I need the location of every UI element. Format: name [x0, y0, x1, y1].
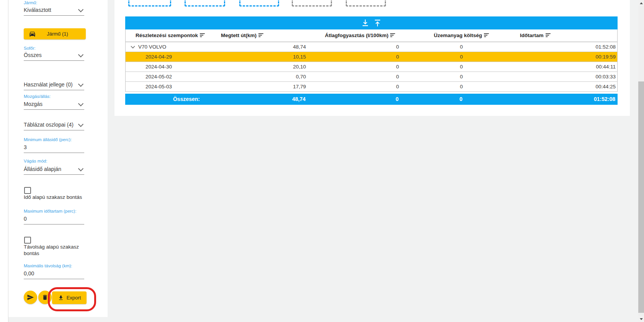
vehicle-button[interactable]: Jármű (1): [24, 28, 86, 39]
max-distance-label: Maximális távolság (km):: [24, 263, 96, 268]
header-distance-col[interactable]: Megtett út(km): [215, 29, 311, 42]
chevron-expand-icon[interactable]: [131, 46, 135, 49]
sort-icon: [258, 33, 264, 37]
driver-label: Sofőr:: [24, 46, 96, 50]
distance-cell: 48,74: [215, 42, 311, 52]
driver-select-value: Összes: [24, 52, 42, 58]
duration-cell: 01:52:08: [513, 42, 618, 52]
annotation-ring: [48, 287, 96, 311]
report-tab-1[interactable]: [128, 0, 171, 7]
vehicle-group-row[interactable]: V70 VOLVO 48,74 0 0 01:52:08: [126, 42, 617, 52]
table-row[interactable]: 2024-05-03 17,79 0 0 00:44:25: [126, 82, 617, 92]
totals-row: Összesen: 48,74 0 0 01:52:08: [125, 94, 618, 105]
chevron-down-icon: [78, 101, 83, 106]
report-tab-2[interactable]: [185, 0, 225, 7]
run-query-button[interactable]: [24, 291, 37, 304]
report-tab-4[interactable]: [292, 0, 332, 7]
fuel-cost-cell: 0: [410, 62, 513, 72]
table-body: Részletezési szempontok Megtett út(km) Á…: [125, 29, 618, 92]
consumption-cell: 0: [311, 72, 410, 81]
vehicle-label: Jármű:: [24, 0, 96, 5]
sort-icon: [389, 33, 396, 37]
chevron-down-icon: [78, 7, 83, 12]
table-row[interactable]: 2024-05-02 0,70 0 0 00:03:33: [126, 72, 617, 82]
fleet-report-page: { "sidebar": { "vehicle_label": "Jármű:"…: [0, 0, 644, 322]
cut-mode-label: Vágás mód:: [24, 159, 96, 163]
vertical-scrollbar[interactable]: [638, 0, 644, 322]
time-split-checkbox[interactable]: [24, 187, 31, 194]
fuel-cost-cell: 0: [410, 72, 513, 81]
table-row[interactable]: 2024-04-30 20,10 0 0 00:44:11: [126, 62, 617, 72]
min-idle-value: 3: [24, 144, 27, 150]
consumption-cell: 0: [311, 52, 410, 62]
trip-table: Részletezési szempontok Megtett út(km) Á…: [125, 16, 618, 105]
scroll-up-arrow[interactable]: [638, 0, 644, 6]
table-row-selected[interactable]: 2024-04-29 10,15 0 0 00:19:59: [126, 52, 617, 62]
usage-type-value: Használat jellege (0): [24, 81, 73, 88]
distance-cell: 17,79: [215, 82, 311, 91]
totals-fuel-cost: 0: [409, 94, 513, 105]
vehicle-select-value: Kiválasztott: [24, 7, 51, 13]
max-duration-label: Maximum időtartam (perc):: [24, 209, 96, 213]
max-distance-value: 0,00: [24, 270, 34, 276]
sort-icon: [199, 33, 205, 37]
expand-all-icon[interactable]: [361, 19, 369, 27]
car-icon: [29, 30, 36, 37]
consumption-cell: 0: [311, 82, 410, 91]
motion-select[interactable]: Mozgás: [24, 101, 84, 110]
max-distance-input[interactable]: 0,00: [24, 270, 84, 279]
scrollbar-thumb[interactable]: [638, 81, 644, 313]
totals-consumption: 0: [310, 94, 409, 105]
min-idle-input[interactable]: 3: [24, 144, 84, 153]
motion-select-value: Mozgás: [24, 101, 42, 107]
report-panel: Részletezési szempontok Megtett út(km) Á…: [114, 0, 630, 116]
sort-icon: [545, 33, 551, 37]
distance-split-checkbox[interactable]: [24, 237, 31, 244]
totals-duration: 01:52:08: [513, 94, 618, 105]
header-consumption-col[interactable]: Átlagfogyasztás (l/100km): [311, 29, 410, 42]
date-cell: 2024-04-30: [126, 62, 215, 72]
table-toolbar: [125, 16, 618, 29]
duration-cell: 00:44:25: [513, 82, 618, 91]
max-duration-input[interactable]: 0: [24, 215, 84, 224]
distance-cell: 0,70: [215, 72, 311, 81]
triangle-up-icon: [640, 2, 643, 4]
usage-type-select[interactable]: Használat jellege (0): [24, 81, 84, 90]
header-duration-col[interactable]: Időtartam: [513, 29, 618, 42]
table-header-row: Részletezési szempontok Megtett út(km) Á…: [126, 29, 617, 42]
report-tab-3[interactable]: [239, 0, 279, 7]
vehicle-select[interactable]: Kiválasztott: [24, 7, 84, 16]
distance-cell: 10,15: [215, 52, 311, 62]
vehicle-button-label: Jármű (1): [36, 31, 79, 37]
driver-select[interactable]: Összes: [24, 52, 84, 61]
header-detail-col[interactable]: Részletezési szempontok: [126, 29, 215, 42]
fuel-cost-cell: 0: [410, 82, 513, 91]
left-edge-panel: [0, 0, 8, 322]
table-columns-value: Táblázat oszlopai (4): [24, 122, 74, 128]
date-cell: 2024-04-29: [126, 52, 215, 62]
max-duration-value: 0: [24, 216, 27, 222]
report-tab-5[interactable]: [346, 0, 386, 7]
cut-mode-select[interactable]: Állásidő alapján: [24, 166, 84, 175]
scroll-down-arrow[interactable]: [638, 316, 644, 322]
sort-icon: [483, 33, 489, 37]
totals-label: Összesen:: [125, 94, 214, 105]
motion-label: Mozgás/állás:: [24, 94, 96, 99]
vehicle-name: V70 VOLVO: [138, 42, 166, 52]
chevron-down-icon: [78, 81, 83, 87]
duration-cell: 00:03:33: [513, 72, 618, 81]
consumption-cell: 0: [311, 62, 410, 72]
totals-distance: 48,74: [214, 94, 310, 105]
min-idle-label: Minimum állásidő (perc):: [24, 137, 96, 142]
header-fuel-cost-col[interactable]: Üzemanyag költség: [410, 29, 513, 42]
time-split-checkbox-label: Idő alapú szakasz bontás: [24, 194, 88, 200]
distance-split-checkbox-label: Távolság alapú szakasz bontás: [24, 244, 88, 257]
table-columns-select[interactable]: Táblázat oszlopai (4): [24, 121, 84, 130]
collapse-all-icon[interactable]: [374, 19, 381, 27]
chevron-down-icon: [78, 122, 83, 127]
fuel-cost-cell: 0: [410, 42, 513, 52]
trash-icon: [42, 294, 48, 301]
chevron-down-icon: [78, 166, 83, 171]
duration-cell: 00:19:59: [513, 52, 618, 62]
date-cell: 2024-05-03: [126, 82, 215, 91]
